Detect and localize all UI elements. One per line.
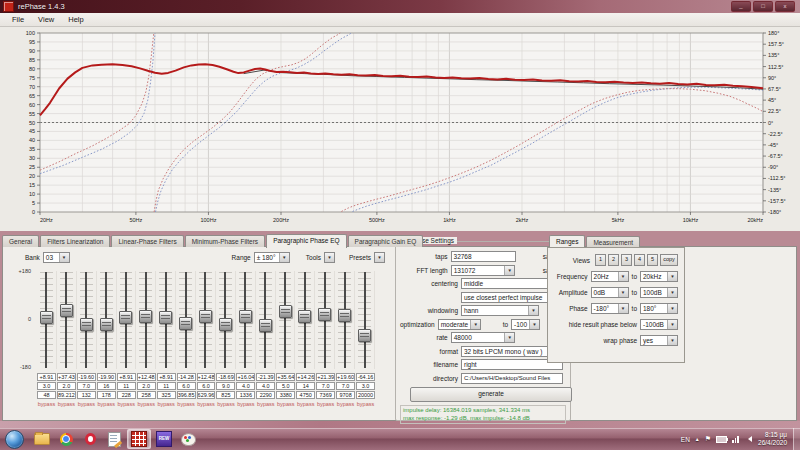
- eq-freq-value[interactable]: 89.212: [57, 391, 76, 399]
- taps-input[interactable]: 32768: [451, 251, 516, 262]
- eq-freq-value[interactable]: 20000: [356, 391, 375, 399]
- eq-band-slider[interactable]: [57, 271, 77, 369]
- eq-bypass-toggle[interactable]: bypass: [57, 400, 76, 409]
- eq-bypass-toggle[interactable]: bypass: [256, 400, 275, 409]
- taskbar-rephase-icon[interactable]: [127, 429, 151, 449]
- eq-freq-value[interactable]: 396.85: [177, 391, 196, 399]
- eq-bypass-toggle[interactable]: bypass: [236, 400, 255, 409]
- slider-thumb[interactable]: [298, 310, 311, 323]
- eq-gain-value[interactable]: -19.90: [97, 373, 116, 381]
- eq-gain-value[interactable]: +8.91: [117, 373, 136, 381]
- slider-thumb[interactable]: [40, 311, 53, 324]
- eq-band-slider[interactable]: [77, 271, 97, 369]
- eq-freq-value[interactable]: 132: [77, 391, 96, 399]
- eq-freq-value[interactable]: 178: [97, 391, 116, 399]
- close-button[interactable]: x: [775, 1, 795, 12]
- eq-gain-value[interactable]: +21.39: [316, 373, 335, 381]
- eq-q-value[interactable]: 6.0: [177, 382, 196, 390]
- taskbar-explorer-icon[interactable]: [31, 430, 53, 448]
- view-button-copy[interactable]: copy: [660, 254, 678, 266]
- action-center-flag-icon[interactable]: ⚑: [705, 435, 711, 443]
- eq-gain-value[interactable]: +19.60: [336, 373, 355, 381]
- language-indicator[interactable]: EN: [681, 436, 690, 443]
- taskbar-notepad-icon[interactable]: [103, 430, 125, 448]
- eq-band-slider[interactable]: [236, 271, 256, 369]
- eq-band-slider[interactable]: [355, 271, 375, 369]
- eq-q-value[interactable]: 11: [117, 382, 136, 390]
- windowing-select[interactable]: hann▼: [461, 305, 539, 316]
- eq-gain-value[interactable]: +37.43: [57, 373, 76, 381]
- eq-gain-value[interactable]: -64.16: [356, 373, 375, 381]
- eq-freq-value[interactable]: 4750: [296, 391, 315, 399]
- eq-bypass-toggle[interactable]: bypass: [296, 400, 315, 409]
- show-desktop-button[interactable]: [793, 428, 800, 450]
- eq-band-slider[interactable]: [276, 271, 296, 369]
- eq-q-value[interactable]: 11: [157, 382, 176, 390]
- slider-thumb[interactable]: [199, 310, 212, 323]
- eq-freq-value[interactable]: 2290: [256, 391, 275, 399]
- eq-freq-value[interactable]: 325: [157, 391, 176, 399]
- hide-result-phase-select[interactable]: -100dB▼: [640, 319, 678, 330]
- tab-minimum-phase-filters[interactable]: Minimum-Phase Filters: [185, 235, 265, 247]
- eq-gain-value[interactable]: -18.69: [216, 373, 235, 381]
- wrap-phase-select[interactable]: yes▼: [640, 335, 678, 346]
- eq-band-slider[interactable]: [117, 271, 137, 369]
- eq-gain-value[interactable]: -21.39: [256, 373, 275, 381]
- eq-bypass-toggle[interactable]: bypass: [177, 400, 196, 409]
- eq-bypass-toggle[interactable]: bypass: [316, 400, 335, 409]
- eq-q-value[interactable]: 14: [296, 382, 315, 390]
- eq-gain-value[interactable]: +8.91: [37, 373, 56, 381]
- slider-thumb[interactable]: [119, 311, 132, 324]
- eq-band-slider[interactable]: [256, 271, 276, 369]
- eq-bypass-toggle[interactable]: bypass: [37, 400, 56, 409]
- maximize-button[interactable]: □: [753, 1, 773, 12]
- eq-q-value[interactable]: 6.0: [197, 382, 216, 390]
- eq-q-value[interactable]: 2.0: [57, 382, 76, 390]
- eq-band-slider[interactable]: [136, 271, 156, 369]
- phase-from-select[interactable]: -180°▼: [591, 303, 629, 314]
- slider-thumb[interactable]: [358, 329, 371, 342]
- eq-bypass-toggle[interactable]: bypass: [97, 400, 116, 409]
- eq-q-value[interactable]: 2.0: [137, 382, 156, 390]
- eq-freq-value[interactable]: 1336: [236, 391, 255, 399]
- eq-q-value[interactable]: 7.0: [336, 382, 355, 390]
- eq-freq-value[interactable]: 9708: [336, 391, 355, 399]
- fft-length-select[interactable]: 131072▼: [451, 265, 516, 276]
- eq-bypass-toggle[interactable]: bypass: [356, 400, 375, 409]
- frequency-from-select[interactable]: 20Hz▼: [591, 271, 629, 282]
- eq-band-slider[interactable]: [156, 271, 176, 369]
- eq-bypass-toggle[interactable]: bypass: [216, 400, 235, 409]
- eq-freq-value[interactable]: 228: [117, 391, 136, 399]
- tab-paragraphic-gain-eq[interactable]: Paragraphic Gain EQ: [348, 235, 424, 247]
- bank-select[interactable]: 03 ▼: [43, 252, 70, 263]
- menu-help[interactable]: Help: [61, 14, 90, 25]
- slider-thumb[interactable]: [60, 304, 73, 317]
- taskbar-chrome-icon[interactable]: [55, 430, 77, 448]
- eq-gain-value[interactable]: -14.28: [177, 373, 196, 381]
- eq-q-value[interactable]: 5.0: [276, 382, 295, 390]
- slider-thumb[interactable]: [259, 319, 272, 332]
- presets-dropdown[interactable]: ▼: [374, 252, 385, 263]
- eq-band-slider[interactable]: [335, 271, 355, 369]
- eq-q-value[interactable]: 7.0: [77, 382, 96, 390]
- eq-gain-value[interactable]: -19.60: [77, 373, 96, 381]
- slider-thumb[interactable]: [219, 318, 232, 331]
- amplitude-from-select[interactable]: 0dB▼: [591, 287, 629, 298]
- eq-q-value[interactable]: 9.0: [216, 382, 235, 390]
- eq-bypass-toggle[interactable]: bypass: [137, 400, 156, 409]
- slider-thumb[interactable]: [179, 317, 192, 330]
- eq-bypass-toggle[interactable]: bypass: [336, 400, 355, 409]
- eq-bypass-toggle[interactable]: bypass: [197, 400, 216, 409]
- slider-thumb[interactable]: [80, 318, 93, 331]
- minimize-button[interactable]: _: [731, 1, 751, 12]
- eq-bypass-toggle[interactable]: bypass: [77, 400, 96, 409]
- eq-gain-value[interactable]: +12.48: [137, 373, 156, 381]
- eq-band-slider[interactable]: [37, 271, 57, 369]
- eq-gain-value[interactable]: +16.04: [236, 373, 255, 381]
- generate-button[interactable]: generate: [410, 387, 572, 402]
- view-button-1[interactable]: 1: [595, 254, 606, 266]
- taskbar-opera-icon[interactable]: [79, 430, 101, 448]
- eq-bypass-toggle[interactable]: bypass: [117, 400, 136, 409]
- hidden-icons-chevron-icon[interactable]: ▲: [695, 436, 700, 442]
- range-select[interactable]: ± 180° ▼: [254, 252, 290, 263]
